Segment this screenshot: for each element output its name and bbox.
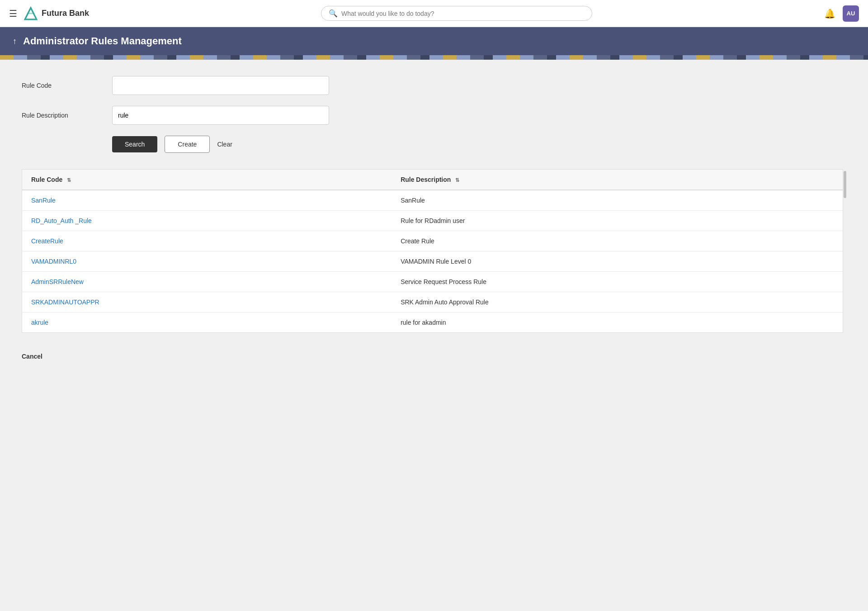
rule-description-cell: VAMADMIN Rule Level 0 xyxy=(392,251,846,272)
global-search-input[interactable] xyxy=(341,10,585,17)
avatar[interactable]: AU xyxy=(843,5,859,22)
sort-icon-rule-code: ⇅ xyxy=(67,177,71,183)
rule-description-cell: SRK Admin Auto Approval Rule xyxy=(392,292,846,313)
rule-code-link[interactable]: RD_Auto_Auth _Rule xyxy=(31,217,92,224)
rule-code-cell: akrule xyxy=(22,313,392,333)
results-table: Rule Code ⇅ Rule Description ⇅ SanRuleSa… xyxy=(22,169,846,333)
table-row: SanRuleSanRule xyxy=(22,190,846,211)
rule-description-group: Rule Description xyxy=(22,106,846,125)
rule-code-input[interactable] xyxy=(112,76,329,95)
rule-description-cell: Service Request Process Rule xyxy=(392,272,846,292)
rule-code-link[interactable]: akrule xyxy=(31,319,48,326)
rule-description-cell: Create Rule xyxy=(392,231,846,251)
column-header-rule-description[interactable]: Rule Description ⇅ xyxy=(392,170,846,190)
rule-description-cell: SanRule xyxy=(392,190,846,211)
top-navigation: ☰ Futura Bank 🔍 🔔 AU xyxy=(0,0,868,27)
scrollbar-thumb xyxy=(844,171,846,198)
rule-code-link[interactable]: VAMADMINRL0 xyxy=(31,258,76,265)
table-header: Rule Code ⇅ Rule Description ⇅ xyxy=(22,170,846,190)
results-table-wrapper: Rule Code ⇅ Rule Description ⇅ SanRuleSa… xyxy=(22,169,846,333)
table-row: akrulerule for akadmin xyxy=(22,313,846,333)
brand-name: Futura Bank xyxy=(42,9,89,18)
action-buttons: Search Create Clear xyxy=(112,136,846,153)
page-header: ↑ Administrator Rules Management xyxy=(0,27,868,55)
page-title: Administrator Rules Management xyxy=(23,35,182,47)
rule-description-cell: Rule for RDadmin user xyxy=(392,211,846,231)
nav-right: 🔔 AU xyxy=(824,5,859,22)
table-row: AdminSRRuleNewService Request Process Ru… xyxy=(22,272,846,292)
rule-description-cell: rule for akadmin xyxy=(392,313,846,333)
sort-icon-rule-description: ⇅ xyxy=(455,177,459,183)
logo-area[interactable]: Futura Bank xyxy=(24,6,89,21)
search-bar-wrapper: 🔍 xyxy=(89,6,824,21)
table-row: SRKADMINAUTOAPPRSRK Admin Auto Approval … xyxy=(22,292,846,313)
rule-code-group: Rule Code xyxy=(22,76,846,95)
rule-code-link[interactable]: CreateRule xyxy=(31,237,63,245)
rule-code-cell: VAMADMINRL0 xyxy=(22,251,392,272)
logo-icon xyxy=(24,6,38,21)
rule-code-cell: SanRule xyxy=(22,190,392,211)
table-row: RD_Auto_Auth _RuleRule for RDadmin user xyxy=(22,211,846,231)
svg-rect-2 xyxy=(27,13,34,14)
rule-code-cell: CreateRule xyxy=(22,231,392,251)
search-icon: 🔍 xyxy=(329,9,338,18)
table-body: SanRuleSanRuleRD_Auto_Auth _RuleRule for… xyxy=(22,190,846,333)
cancel-button[interactable]: Cancel xyxy=(22,353,42,360)
rule-code-label: Rule Code xyxy=(22,82,112,89)
create-button[interactable]: Create xyxy=(165,136,210,153)
rule-code-link[interactable]: SanRule xyxy=(31,197,56,204)
rule-description-label: Rule Description xyxy=(22,112,112,119)
global-search-bar: 🔍 xyxy=(321,6,592,21)
rule-code-link[interactable]: SRKADMINAUTOAPPR xyxy=(31,298,99,306)
column-header-rule-code[interactable]: Rule Code ⇅ xyxy=(22,170,392,190)
hamburger-icon[interactable]: ☰ xyxy=(9,8,17,19)
rule-description-input[interactable] xyxy=(112,106,329,125)
rule-code-cell: RD_Auto_Auth _Rule xyxy=(22,211,392,231)
clear-button[interactable]: Clear xyxy=(217,141,232,148)
decorative-bar xyxy=(0,55,868,60)
rule-code-cell: AdminSRRuleNew xyxy=(22,272,392,292)
up-arrow-icon: ↑ xyxy=(13,37,17,46)
search-button[interactable]: Search xyxy=(112,136,157,152)
notification-bell-icon[interactable]: 🔔 xyxy=(824,8,835,19)
cancel-row: Cancel xyxy=(22,347,846,365)
rule-code-link[interactable]: AdminSRRuleNew xyxy=(31,278,84,285)
content-area: Rule Code Rule Description Search Create… xyxy=(0,60,868,611)
rule-code-cell: SRKADMINAUTOAPPR xyxy=(22,292,392,313)
table-row: CreateRuleCreate Rule xyxy=(22,231,846,251)
scrollbar[interactable] xyxy=(843,169,846,333)
table-row: VAMADMINRL0VAMADMIN Rule Level 0 xyxy=(22,251,846,272)
